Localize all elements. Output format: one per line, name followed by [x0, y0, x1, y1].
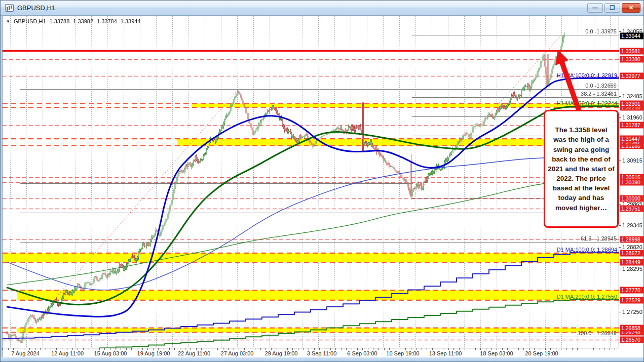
time-axis-label: 27 Aug 03:00 — [221, 350, 254, 356]
chart-window-icon — [5, 4, 14, 12]
price-axis-tick-mark — [619, 247, 621, 248]
price-axis-tick: 1.29345 — [622, 222, 642, 228]
axis-corner — [619, 348, 643, 357]
price-level-badge: 1.32977 — [620, 72, 643, 79]
price-axis-tick: 1.32485 — [622, 93, 642, 99]
price-axis-tick-mark — [619, 204, 621, 205]
price-axis-tick-mark — [619, 160, 621, 161]
price-axis-tick-mark — [619, 312, 621, 312]
price-level-badge: 1.29751 — [620, 206, 643, 212]
price-level-badge: 1.31787 — [620, 122, 643, 128]
price-level-badge: 1.28998 — [620, 236, 643, 243]
ma-value-label: D1 MA:200:0:0: 1.27550 — [557, 294, 617, 300]
price-level-badge: 1.33380 — [620, 56, 643, 62]
time-axis-label: 18 Sep 03:00 — [480, 350, 513, 356]
time-axis-label: 19 Aug 19:00 — [137, 350, 170, 356]
ohlc-high: 1.33982 — [73, 18, 93, 24]
price-axis-tick: 1.28295 — [622, 266, 642, 272]
price-level-badge: 1.30515 — [620, 174, 643, 181]
fib-level-label: 0.0 -1.33975 — [585, 28, 617, 34]
symbol-dropdown-icon[interactable]: ▼ — [6, 19, 10, 24]
time-axis-label: 13 Sep 11:00 — [429, 350, 462, 356]
annotation-text: The 1.3358 level was the high of a swing… — [548, 125, 615, 212]
app-window: { "window": { "title": "GBPUSD,H1", "con… — [0, 0, 644, 362]
annotation-box[interactable]: The 1.3358 level was the high of a swing… — [544, 110, 619, 228]
price-level-badge: 1.26570 — [620, 336, 643, 343]
symbol-timeframe: GBPUSD,H1 — [14, 18, 46, 24]
price-level-badge: 1.28672 — [620, 250, 643, 256]
price-level-badge: 1.27529 — [620, 297, 643, 303]
current-price-badge: 1.33944 — [620, 33, 643, 39]
time-axis[interactable]: 7 Aug 202412 Aug 11:0015 Aug 03:0019 Aug… — [3, 348, 619, 357]
ma-value-label: H1 MA:200:0:0: 1.32244 — [557, 100, 617, 106]
window-title-bar[interactable]: GBPUSD,H1 — ❐ ✕ — [1, 1, 644, 16]
price-axis-tick: 1.28820 — [622, 244, 642, 250]
price-level-badge: 1.28449 — [620, 259, 643, 266]
price-chart-canvas[interactable] — [3, 16, 619, 348]
minimize-button[interactable]: — — [587, 3, 603, 13]
price-axis-tick-mark — [619, 96, 621, 97]
window-controls: — ❐ ✕ — [587, 3, 640, 13]
fib-level-label: 0.0 -1.32659 — [585, 83, 617, 89]
fib-level-label: 61.8 - 1.28945 — [581, 235, 617, 242]
price-level-badge: 1.30000 — [620, 195, 643, 202]
fib-level-label: 100.0 - 1.26649 — [578, 330, 617, 336]
price-axis-tick-mark — [619, 117, 621, 118]
chart-plot-area[interactable]: ▼ GBPUSD,H1 1.33788 1.33982 1.33784 1.33… — [3, 16, 619, 348]
ma-value-label: H1 MA:100:0:0: 1.32919 — [557, 72, 617, 78]
time-axis-label: 7 Aug 2024 — [11, 350, 40, 356]
chart-panel: ▼ GBPUSD,H1 1.33788 1.33982 1.33784 1.33… — [2, 16, 643, 357]
time-axis-ticks — [3, 348, 619, 350]
window-title: GBPUSD,H1 — [17, 4, 55, 12]
ohlc-close: 1.33944 — [121, 18, 141, 24]
window-bottom-frame — [1, 357, 644, 362]
price-level-badge: 1.33581 — [620, 48, 643, 54]
time-axis-label: 22 Aug 11:00 — [178, 350, 210, 356]
price-axis[interactable]: 1.340551.324851.319601.309151.298651.293… — [619, 16, 643, 348]
price-axis-tick: 1.27250 — [622, 309, 642, 315]
ohlc-open: 1.33788 — [50, 18, 70, 24]
price-axis-tick-mark — [619, 225, 621, 226]
time-axis-label: 10 Sep 19:00 — [386, 350, 419, 356]
price-level-badge: 1.27770 — [620, 287, 643, 294]
price-axis-tick-mark — [619, 31, 621, 32]
time-axis-label: 20 Sep 19:00 — [525, 350, 558, 356]
ohlc-info-bar[interactable]: ▼ GBPUSD,H1 1.33788 1.33982 1.33784 1.33… — [6, 18, 141, 24]
time-axis-label: 29 Aug 19:00 — [265, 350, 298, 356]
price-level-badge: 1.26858 — [620, 325, 643, 331]
maximize-button[interactable]: ❐ — [604, 3, 620, 13]
time-axis-label: 3 Sep 11:00 — [307, 350, 337, 356]
ma-value-label: D1 MA:100:0:0: 1.28694 — [557, 247, 617, 253]
price-level-badge: 1.31447 — [620, 136, 643, 142]
price-axis-tick: 1.30915 — [622, 157, 642, 164]
close-button[interactable]: ✕ — [622, 3, 640, 13]
ohlc-low: 1.33784 — [97, 18, 117, 24]
time-axis-label: 15 Aug 03:00 — [94, 350, 127, 356]
time-axis-label: 6 Sep 03:00 — [347, 350, 377, 356]
price-axis-tick-mark — [619, 269, 621, 269]
price-axis-tick: 1.31960 — [622, 114, 642, 120]
fib-level-label: 38.2 - 1.32461 — [581, 91, 617, 97]
time-axis-label: 12 Aug 11:00 — [51, 350, 84, 356]
price-level-badge: 1.32301 — [620, 100, 643, 107]
